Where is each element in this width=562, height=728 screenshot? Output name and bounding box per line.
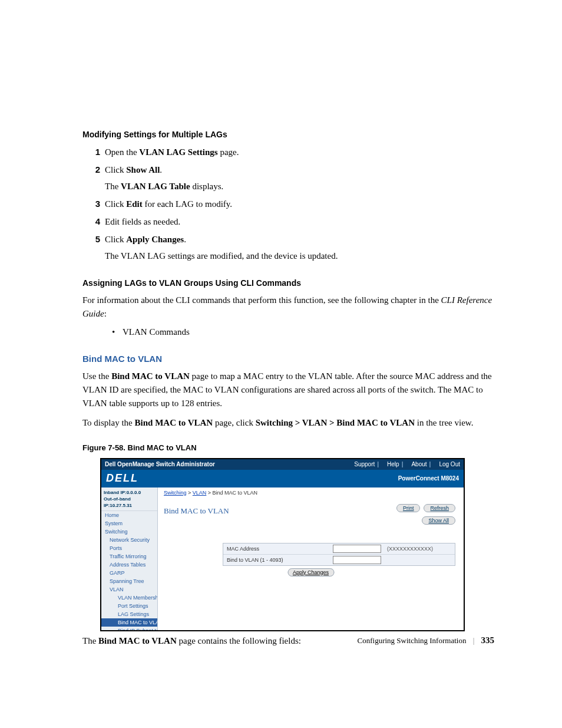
txt: Click [105,165,126,174]
brand-bar: DELL PowerConnect M8024 [101,470,464,487]
app-title: Dell OpenManage Switch Administrator [105,461,348,467]
tree-item[interactable]: GARP [101,569,157,577]
apply-changes-button[interactable]: Apply Changes [287,568,334,577]
ip-info: Inband IP:0.0.0.0 Out-of-band IP:10.27.5… [101,487,157,511]
mac-address-label: MAC Address [223,546,333,552]
txt-bold: Edit [126,199,143,209]
bc-vlan[interactable]: VLAN [193,490,207,496]
dell-logo: DELL [106,472,138,485]
ip-inband: Inband IP:0.0.0.0 [104,489,155,496]
divider: | [429,461,431,467]
tree-item[interactable]: Ports [101,544,157,552]
txt-bold: Apply Changes [126,235,184,244]
bc-switching[interactable]: Switching [164,490,187,496]
step-num: 1 [82,145,105,159]
bullet-dot: • [112,327,123,337]
divider: | [402,461,404,467]
product-name: PowerConnect M8024 [398,475,459,482]
tree-item[interactable]: LAG Settings [101,610,157,618]
txt: The [105,182,121,191]
tree-item[interactable]: System [101,519,157,528]
app-topbar: Dell OpenManage Switch Administrator Sup… [101,459,464,470]
tree-item[interactable]: Traffic Mirroring [101,552,157,561]
screenshot-bind-mac: Dell OpenManage Switch Administrator Sup… [100,458,465,631]
txt: page. [218,147,239,157]
mac-address-hint: (XXXXXXXXXXXX) [387,546,433,552]
txt-bold: Show All [126,165,160,174]
step-text: Click Apply Changes. The VLAN LAG settin… [105,232,494,263]
txt: . [160,165,162,174]
txt: For information about the CLI commands t… [82,295,441,305]
tree-item[interactable]: VLAN [101,585,157,594]
heading-bind-mac: Bind MAC to VLAN [82,354,494,364]
bc-current: Bind MAC to VLAN [213,490,258,496]
cli-bullet: • VLAN Commands [82,327,494,337]
tree-item[interactable]: Spanning Tree [101,577,157,585]
txt-bold: Bind MAC to VLAN [98,636,177,645]
txt: Click [105,199,126,209]
txt-bold: Switching > VLAN > Bind MAC to VLAN [256,418,415,427]
txt: The [82,636,98,645]
heading-modify-lags: Modifying Settings for Multiple LAGs [82,130,494,139]
divider: | [377,461,379,467]
txt-bold: Bind MAC to VLAN [135,418,213,427]
txt-bold: VLAN LAG Table [121,182,190,191]
step-text: Open the VLAN LAG Settings page. [105,145,494,159]
figure-caption: Figure 7-58. Bind MAC to VLAN [82,443,494,452]
tree-item[interactable]: Home [101,511,157,519]
topbar-help-link[interactable]: Help [387,461,399,467]
txt: page contains the following fields: [177,636,301,645]
form-box: MAC Address (XXXXXXXXXXXX) Bind to VLAN … [223,543,455,566]
divider: | [473,636,475,645]
txt: Use the [82,371,111,381]
bind-vlan-input[interactable] [333,556,381,564]
tree-item[interactable]: Address Tables [101,561,157,569]
tree-item[interactable]: Switching [101,528,157,536]
step-num: 4 [82,215,105,229]
bind-p1: Use the Bind MAC to VLAN page to map a M… [82,370,494,411]
tree-item[interactable]: Bind IP Subnet to V [101,627,157,630]
tree-item[interactable]: Bind MAC to VLAN [101,618,157,627]
step-num: 2 [82,163,105,193]
page-number: 335 [481,635,495,645]
txt: page, click [213,418,255,427]
step-text: Click Show All. The VLAN LAG Table displ… [105,163,494,193]
bind-vlan-label: Bind to VLAN (1 - 4093) [223,557,333,563]
refresh-button[interactable]: Refresh [424,504,455,512]
breadcrumb: Switching > VLAN > Bind MAC to VLAN [164,490,458,498]
txt-bold: VLAN LAG Settings [139,147,217,157]
txt: Edit fields as needed. [105,217,180,226]
txt: . [184,235,186,244]
page-footer: Configuring Switching Information | 335 [358,635,494,645]
ip-oob: Out-of-band IP:10.27.5.31 [104,496,155,509]
txt: The VLAN LAG settings are modified, and … [105,249,494,263]
tree-item[interactable]: Network Security [101,536,157,544]
steps-list: 1 Open the VLAN LAG Settings page. 2 Cli… [82,145,494,263]
tree-item[interactable]: VLAN Membership [101,594,157,602]
txt: in the tree view. [415,418,473,427]
txt: : [104,309,107,318]
footer-section: Configuring Switching Information [358,636,467,645]
show-all-button[interactable]: Show All [422,516,455,525]
sidebar-tree: Inband IP:0.0.0.0 Out-of-band IP:10.27.5… [101,487,158,630]
main-panel: Switching > VLAN > Bind MAC to VLAN Bind… [158,487,464,630]
topbar-about-link[interactable]: About [411,461,427,467]
tree-item[interactable]: Port Settings [101,602,157,610]
step-num: 3 [82,197,105,211]
txt: Open the [105,147,139,157]
bind-p2: To display the Bind MAC to VLAN page, cl… [82,416,494,430]
txt-bold: Bind MAC to VLAN [111,371,190,381]
step-text: Edit fields as needed. [105,215,494,229]
topbar-support-link[interactable]: Support [354,461,375,467]
print-button[interactable]: Print [396,504,421,512]
txt: displays. [190,182,224,191]
step-num: 5 [82,232,105,263]
topbar-logout-link[interactable]: Log Out [439,461,460,467]
bullet-text: VLAN Commands [123,327,190,337]
txt: for each LAG to modify. [143,199,232,209]
heading-cli: Assigning LAGs to VLAN Groups Using CLI … [82,278,494,288]
txt: To display the [82,418,135,427]
cli-paragraph: For information about the CLI commands t… [82,294,494,321]
mac-address-input[interactable] [333,545,381,553]
step-text: Click Edit for each LAG to modify. [105,197,494,211]
